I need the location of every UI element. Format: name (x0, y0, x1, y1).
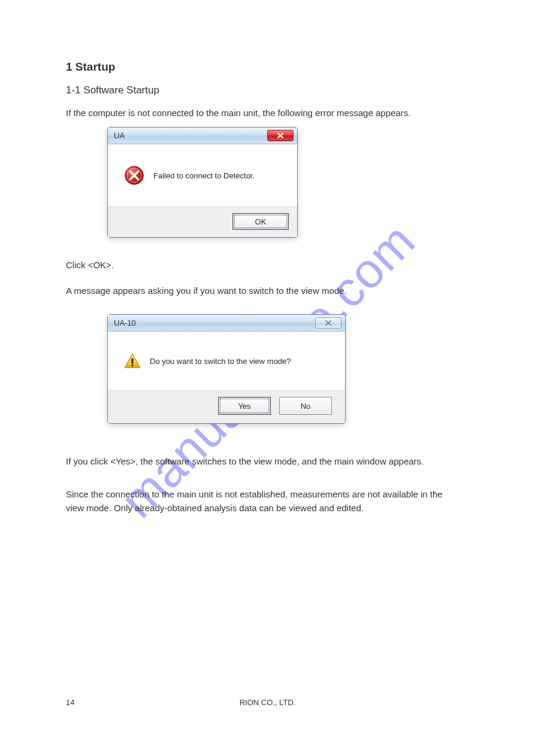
button-row: OK (108, 207, 297, 237)
svg-rect-2 (132, 359, 134, 364)
close-button[interactable] (267, 130, 294, 141)
titlebar[interactable]: UA-10 (108, 315, 345, 332)
ok-button[interactable]: OK (232, 213, 289, 230)
svg-point-3 (131, 365, 133, 366)
page-number: 14 (66, 697, 74, 709)
dialog-message: Failed to connect to Detector. (153, 171, 255, 180)
confirm-dialog: UA-10 D (107, 314, 346, 424)
titlebar[interactable]: UA (108, 127, 297, 144)
close-icon (324, 320, 333, 326)
yes-button[interactable]: Yes (218, 397, 271, 415)
no-button-label: No (301, 402, 311, 411)
ok-button-label: OK (255, 217, 267, 226)
doc-heading-1: 1 Startup (66, 59, 115, 76)
doc-heading-2: 1-1 Software Startup (66, 83, 159, 98)
close-icon (276, 132, 285, 139)
doc-paragraph-2: Click <OK>. (66, 259, 461, 272)
dialog-content: Failed to connect to Detector. (108, 144, 297, 207)
window-title: UA (114, 131, 125, 140)
doc-paragraph-3: A message appears asking you if you want… (66, 284, 461, 298)
warning-icon (123, 352, 141, 370)
error-icon (123, 165, 145, 186)
button-row: Yes No (108, 390, 345, 423)
dialog-message: Do you want to switch to the view mode? (150, 357, 291, 366)
yes-button-label: Yes (238, 402, 250, 411)
window-title: UA-10 (114, 318, 136, 327)
doc-paragraph-1: If the computer is not connected to the … (66, 107, 461, 120)
footer-company: RION CO., LTD. (240, 697, 296, 709)
no-button[interactable]: No (279, 397, 332, 415)
close-button[interactable] (315, 317, 341, 329)
doc-paragraph-4: If you click <Yes>, the software switche… (66, 455, 461, 469)
error-dialog: UA Fail (107, 127, 298, 238)
doc-paragraph-5: Since the connection to the main unit is… (66, 488, 461, 515)
dialog-content: Do you want to switch to the view mode? (108, 332, 345, 390)
